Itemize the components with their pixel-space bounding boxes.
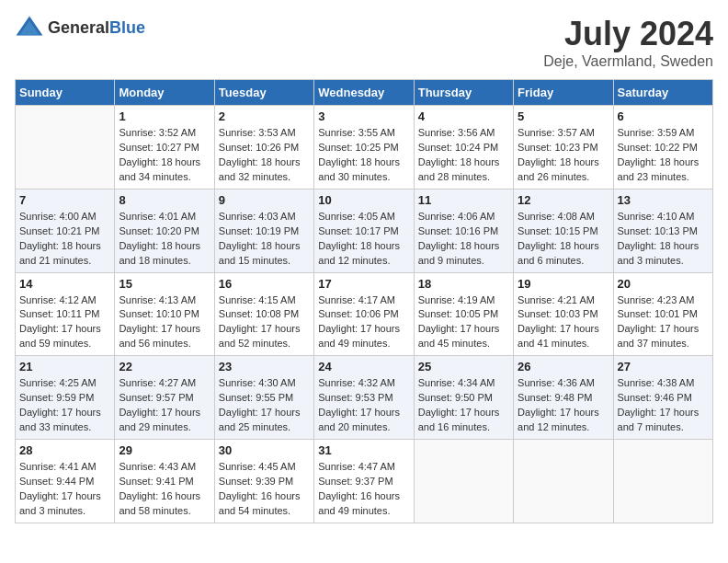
day-number: 17	[318, 277, 409, 291]
day-number: 9	[219, 193, 310, 207]
day-info: Sunrise: 4:15 AMSunset: 10:08 PMDaylight…	[219, 293, 310, 352]
calendar-cell: 25Sunrise: 4:34 AMSunset: 9:50 PMDayligh…	[414, 356, 513, 440]
day-info: Sunrise: 4:17 AMSunset: 10:06 PMDaylight…	[318, 293, 409, 352]
calendar-cell: 12Sunrise: 4:08 AMSunset: 10:15 PMDaylig…	[514, 189, 613, 272]
calendar-cell: 29Sunrise: 4:43 AMSunset: 9:41 PMDayligh…	[115, 440, 214, 523]
day-info: Sunrise: 4:05 AMSunset: 10:17 PMDaylight…	[318, 210, 409, 269]
calendar-cell: 4Sunrise: 3:56 AMSunset: 10:24 PMDayligh…	[414, 106, 513, 190]
day-number: 8	[119, 193, 210, 207]
day-info: Sunrise: 3:57 AMSunset: 10:23 PMDaylight…	[518, 126, 609, 185]
calendar-cell: 19Sunrise: 4:21 AMSunset: 10:03 PMDaylig…	[514, 272, 613, 356]
day-info: Sunrise: 4:08 AMSunset: 10:15 PMDaylight…	[518, 210, 609, 269]
day-number: 19	[518, 277, 609, 291]
calendar-cell	[414, 440, 513, 523]
calendar-cell: 7Sunrise: 4:00 AMSunset: 10:21 PMDayligh…	[16, 189, 115, 272]
header-day-sunday: Sunday	[16, 80, 115, 106]
calendar-cell: 27Sunrise: 4:38 AMSunset: 9:46 PMDayligh…	[613, 356, 712, 440]
day-info: Sunrise: 3:59 AMSunset: 10:22 PMDaylight…	[618, 126, 709, 185]
day-number: 22	[119, 360, 210, 373]
day-info: Sunrise: 4:21 AMSunset: 10:03 PMDaylight…	[518, 293, 609, 352]
day-number: 24	[318, 360, 409, 373]
location-title: Deje, Vaermland, Sweden	[543, 53, 713, 70]
calendar-cell: 26Sunrise: 4:36 AMSunset: 9:48 PMDayligh…	[514, 356, 613, 440]
day-number: 21	[19, 360, 110, 373]
calendar-cell: 15Sunrise: 4:13 AMSunset: 10:10 PMDaylig…	[115, 272, 214, 356]
day-info: Sunrise: 3:53 AMSunset: 10:26 PMDaylight…	[219, 126, 310, 185]
header-day-wednesday: Wednesday	[314, 80, 414, 106]
day-number: 31	[318, 443, 409, 457]
calendar-cell: 8Sunrise: 4:01 AMSunset: 10:20 PMDayligh…	[115, 189, 214, 272]
day-number: 16	[219, 277, 310, 291]
week-row-1: 1Sunrise: 3:52 AMSunset: 10:27 PMDayligh…	[16, 106, 713, 190]
day-info: Sunrise: 4:43 AMSunset: 9:41 PMDaylight:…	[119, 460, 210, 519]
calendar-header-row: SundayMondayTuesdayWednesdayThursdayFrid…	[16, 80, 713, 106]
calendar-cell: 21Sunrise: 4:25 AMSunset: 9:59 PMDayligh…	[16, 356, 115, 440]
day-number: 23	[219, 360, 310, 373]
calendar-cell: 5Sunrise: 3:57 AMSunset: 10:23 PMDayligh…	[514, 106, 613, 190]
day-number: 18	[418, 277, 509, 291]
week-row-2: 7Sunrise: 4:00 AMSunset: 10:21 PMDayligh…	[16, 189, 713, 272]
logo-general: General	[48, 18, 109, 37]
week-row-4: 21Sunrise: 4:25 AMSunset: 9:59 PMDayligh…	[16, 356, 713, 440]
day-number: 4	[418, 109, 509, 123]
day-info: Sunrise: 4:34 AMSunset: 9:50 PMDaylight:…	[418, 376, 509, 435]
day-number: 30	[219, 443, 310, 457]
day-info: Sunrise: 4:19 AMSunset: 10:05 PMDaylight…	[418, 293, 509, 352]
day-info: Sunrise: 4:12 AMSunset: 10:11 PMDaylight…	[19, 293, 110, 352]
day-number: 6	[618, 109, 709, 123]
calendar-cell: 2Sunrise: 3:53 AMSunset: 10:26 PMDayligh…	[214, 106, 313, 190]
day-number: 13	[618, 193, 709, 207]
week-row-5: 28Sunrise: 4:41 AMSunset: 9:44 PMDayligh…	[16, 440, 713, 523]
calendar-cell: 11Sunrise: 4:06 AMSunset: 10:16 PMDaylig…	[414, 189, 513, 272]
day-number: 28	[19, 443, 110, 457]
day-info: Sunrise: 4:47 AMSunset: 9:37 PMDaylight:…	[318, 460, 409, 519]
day-info: Sunrise: 4:23 AMSunset: 10:01 PMDaylight…	[618, 293, 709, 352]
day-number: 15	[119, 277, 210, 291]
day-number: 10	[318, 193, 409, 207]
header-day-tuesday: Tuesday	[214, 80, 313, 106]
day-number: 27	[618, 360, 709, 373]
day-info: Sunrise: 4:13 AMSunset: 10:10 PMDaylight…	[119, 293, 210, 352]
calendar-cell: 31Sunrise: 4:47 AMSunset: 9:37 PMDayligh…	[314, 440, 414, 523]
day-number: 25	[418, 360, 509, 373]
calendar-cell: 1Sunrise: 3:52 AMSunset: 10:27 PMDayligh…	[115, 106, 214, 190]
calendar-cell: 13Sunrise: 4:10 AMSunset: 10:13 PMDaylig…	[613, 189, 712, 272]
header-day-monday: Monday	[115, 80, 214, 106]
calendar-cell: 16Sunrise: 4:15 AMSunset: 10:08 PMDaylig…	[214, 272, 313, 356]
day-info: Sunrise: 4:10 AMSunset: 10:13 PMDaylight…	[618, 210, 709, 269]
logo: GeneralBlue	[15, 15, 145, 40]
day-number: 26	[518, 360, 609, 373]
calendar-cell: 14Sunrise: 4:12 AMSunset: 10:11 PMDaylig…	[16, 272, 115, 356]
day-info: Sunrise: 3:55 AMSunset: 10:25 PMDaylight…	[318, 126, 409, 185]
calendar-cell	[16, 106, 115, 190]
header-day-saturday: Saturday	[613, 80, 712, 106]
day-number: 12	[518, 193, 609, 207]
calendar-cell: 18Sunrise: 4:19 AMSunset: 10:05 PMDaylig…	[414, 272, 513, 356]
header: GeneralBlue July 2024 Deje, Vaermland, S…	[15, 15, 713, 70]
day-number: 29	[119, 443, 210, 457]
day-number: 14	[19, 277, 110, 291]
calendar-cell	[514, 440, 613, 523]
logo-icon	[15, 15, 44, 40]
day-number: 1	[119, 109, 210, 123]
calendar-cell: 20Sunrise: 4:23 AMSunset: 10:01 PMDaylig…	[613, 272, 712, 356]
day-number: 11	[418, 193, 509, 207]
month-title: July 2024	[543, 15, 713, 53]
calendar-cell: 6Sunrise: 3:59 AMSunset: 10:22 PMDayligh…	[613, 106, 712, 190]
day-info: Sunrise: 4:03 AMSunset: 10:19 PMDaylight…	[219, 210, 310, 269]
calendar-table: SundayMondayTuesdayWednesdayThursdayFrid…	[15, 79, 713, 523]
day-info: Sunrise: 4:01 AMSunset: 10:20 PMDaylight…	[119, 210, 210, 269]
calendar-cell: 23Sunrise: 4:30 AMSunset: 9:55 PMDayligh…	[214, 356, 313, 440]
calendar-cell	[613, 440, 712, 523]
calendar-cell: 3Sunrise: 3:55 AMSunset: 10:25 PMDayligh…	[314, 106, 414, 190]
day-info: Sunrise: 4:32 AMSunset: 9:53 PMDaylight:…	[318, 376, 409, 435]
logo-blue: Blue	[109, 18, 145, 37]
title-area: July 2024 Deje, Vaermland, Sweden	[543, 15, 713, 70]
day-info: Sunrise: 3:56 AMSunset: 10:24 PMDaylight…	[418, 126, 509, 185]
day-info: Sunrise: 4:00 AMSunset: 10:21 PMDaylight…	[19, 210, 110, 269]
day-info: Sunrise: 4:27 AMSunset: 9:57 PMDaylight:…	[119, 376, 210, 435]
day-info: Sunrise: 4:30 AMSunset: 9:55 PMDaylight:…	[219, 376, 310, 435]
day-number: 20	[618, 277, 709, 291]
calendar-cell: 9Sunrise: 4:03 AMSunset: 10:19 PMDayligh…	[214, 189, 313, 272]
calendar-cell: 10Sunrise: 4:05 AMSunset: 10:17 PMDaylig…	[314, 189, 414, 272]
